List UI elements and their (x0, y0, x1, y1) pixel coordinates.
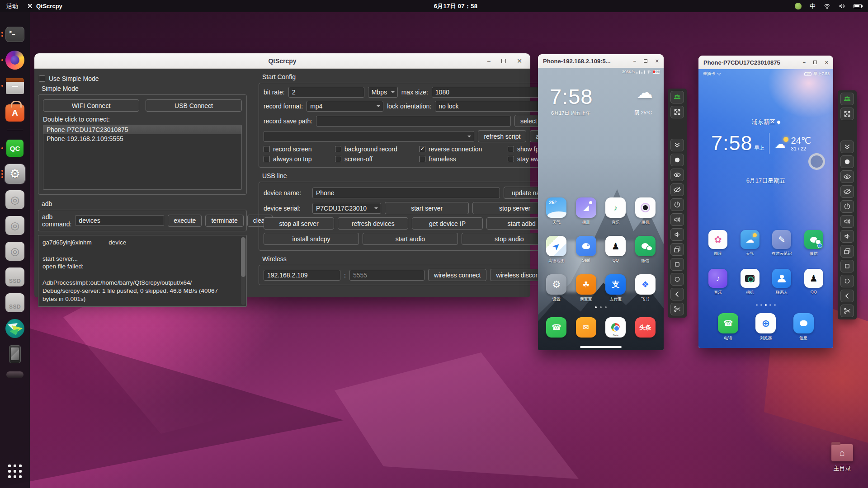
app-amap[interactable]: ➤高德地图 (543, 236, 570, 264)
maximize-button[interactable] (501, 59, 506, 63)
volume-down-button[interactable] (840, 230, 854, 243)
android-tray-icon[interactable] (795, 3, 802, 9)
wireless-ip-input[interactable] (264, 270, 340, 281)
app-music[interactable]: ♪音乐 (603, 197, 629, 225)
expand-notifications-button[interactable] (670, 139, 684, 151)
reverse-connection-checkbox[interactable] (419, 146, 425, 152)
script-combo[interactable] (264, 131, 474, 142)
dock-item-qtcreator[interactable]: QC (4, 138, 26, 159)
input-method-indicator[interactable]: 中 (810, 2, 816, 10)
home-button[interactable] (670, 273, 684, 286)
activities-button[interactable]: 活动 (6, 2, 18, 10)
maximize-button[interactable] (644, 59, 647, 63)
app-wechat[interactable]: 微信 (632, 236, 658, 264)
bit-rate-input[interactable] (288, 87, 364, 98)
close-button[interactable]: ✕ (825, 60, 829, 66)
start-server-button[interactable]: start server (385, 202, 469, 214)
power-button[interactable] (670, 198, 684, 211)
stop-all-server-button[interactable]: stop all server (264, 217, 334, 230)
app-contacts[interactable]: 联系人 (769, 269, 795, 296)
fullscreen-button[interactable] (840, 108, 854, 120)
dock-item-files[interactable] (4, 75, 26, 96)
record-save-path-input[interactable] (316, 116, 511, 127)
dock-app-messages[interactable]: ✉ (573, 317, 599, 338)
terminate-button[interactable]: terminate (205, 215, 243, 227)
app-weather[interactable]: 25°天气 (543, 197, 570, 225)
device-name-input[interactable] (312, 188, 500, 198)
dock-item-firefox[interactable] (4, 50, 26, 70)
app-switch-button[interactable] (670, 243, 684, 256)
refresh-devices-button[interactable]: refresh devices (338, 217, 408, 230)
dock-item-usb-drive[interactable] (4, 370, 26, 380)
app-weather[interactable]: ☁天气 (737, 230, 763, 257)
dock-item-qtscrcpy-active[interactable]: ⚙ (4, 164, 26, 184)
app-alipay[interactable]: 支支付宝 (603, 274, 629, 302)
refresh-script-button[interactable]: refresh script (478, 130, 526, 142)
device-list-item[interactable]: Phone-192.168.2.109:5555 (43, 134, 241, 143)
screen-on-button[interactable] (670, 169, 684, 181)
record-format-combo[interactable]: mp4 (307, 101, 383, 112)
phone1-screen[interactable]: 396K/s 10 7:58 6月17日 周五上午 ☁ 阴 25°C 25°天气… (538, 68, 664, 350)
home-button[interactable] (840, 275, 854, 287)
install-sndcpy-button[interactable]: install sndcpy (264, 233, 359, 245)
app-gallery[interactable]: ✿图库 (705, 230, 731, 257)
screen-off-button[interactable] (670, 183, 684, 196)
adb-command-input[interactable] (75, 215, 164, 226)
screenshot-button[interactable] (670, 303, 684, 315)
dock-app-phone[interactable]: ☎ (543, 317, 570, 338)
clock-indicator[interactable]: 6月17日 07：58 (434, 2, 478, 10)
start-audio-button[interactable]: start audio (363, 233, 458, 245)
app-camera[interactable]: 相机 (737, 269, 763, 296)
app-wechat[interactable]: ✓微信 (801, 230, 827, 257)
touch-button[interactable] (840, 155, 854, 168)
battery-icon[interactable] (854, 4, 862, 8)
phone2-screen[interactable]: 未插卡 50 早上7:58 浦东新区 7:58 早上 ☁ 24℃ 31 / 22… (698, 69, 833, 348)
record-screen-checkbox[interactable] (264, 146, 270, 152)
dock-app-messages[interactable]: 信息 (790, 313, 816, 341)
minimize-button[interactable]: – (633, 58, 636, 64)
group-control-button[interactable] (840, 93, 854, 105)
maximize-button[interactable] (813, 61, 817, 64)
frameless-checkbox[interactable] (419, 156, 425, 162)
adb-log-area[interactable]: ga7d65ylnj6xinhm device start server... … (38, 235, 247, 307)
volume-down-button[interactable] (670, 228, 684, 241)
app-gallery[interactable]: ◢相册 (573, 197, 599, 225)
dock-app-toutiao[interactable]: 头条 (632, 317, 658, 338)
dock-item-app-grid[interactable] (4, 461, 26, 482)
wifi-connect-button[interactable]: WIFI Connect (43, 99, 139, 112)
wireless-port-input[interactable] (349, 270, 425, 281)
execute-button[interactable]: execute (168, 215, 202, 227)
app-switch-button[interactable] (840, 245, 854, 258)
minimize-button[interactable]: – (487, 57, 491, 65)
device-serial-combo[interactable]: P7CDU17C23010 (312, 203, 381, 214)
usb-connect-button[interactable]: USB Connect (146, 99, 242, 112)
back-button[interactable] (840, 290, 854, 302)
dock-item-ssd-2[interactable]: SSD (4, 292, 26, 313)
bit-rate-unit-combo[interactable]: Mbps (368, 87, 398, 98)
show-fps-checkbox[interactable] (508, 146, 514, 152)
home-indicator[interactable] (580, 346, 622, 348)
dock-item-origami-app[interactable] (4, 318, 26, 339)
screen-off-checkbox[interactable] (335, 156, 341, 162)
volume-icon[interactable] (839, 3, 845, 9)
dock-item-phone-device[interactable] (4, 344, 26, 365)
assistive-ball[interactable] (808, 153, 825, 170)
close-button[interactable]: ✕ (655, 58, 659, 64)
fullscreen-button[interactable] (670, 106, 684, 118)
app-qinbaobao[interactable]: ☘亲宝宝 (573, 274, 599, 302)
menu-button[interactable] (840, 260, 854, 272)
dock-app-chrome-beta[interactable]: Beta (603, 317, 629, 338)
phone1-titlebar[interactable]: Phone-192.168.2.109:5... – ✕ (538, 54, 664, 68)
app-seal[interactable]: Seal (573, 236, 599, 264)
phone2-titlebar[interactable]: Phone-P7CDU17C23010875 – ✕ (698, 56, 833, 69)
window-titlebar[interactable]: QtScrcpy – ✕ (34, 53, 530, 69)
app-music[interactable]: ♪音乐 (705, 269, 731, 296)
touch-button[interactable] (670, 154, 684, 166)
app-feishu[interactable]: ❖飞书 (632, 274, 658, 302)
app-qq[interactable]: ♟QQ (801, 269, 827, 296)
dock-item-ubuntu-software[interactable]: A (4, 101, 26, 122)
wireless-connect-button[interactable]: wireless connect (428, 269, 487, 281)
dock-item-disk-2[interactable]: ◎ (4, 215, 26, 236)
log-scrollbar-thumb[interactable] (241, 237, 245, 277)
screen-on-button[interactable] (840, 170, 854, 183)
